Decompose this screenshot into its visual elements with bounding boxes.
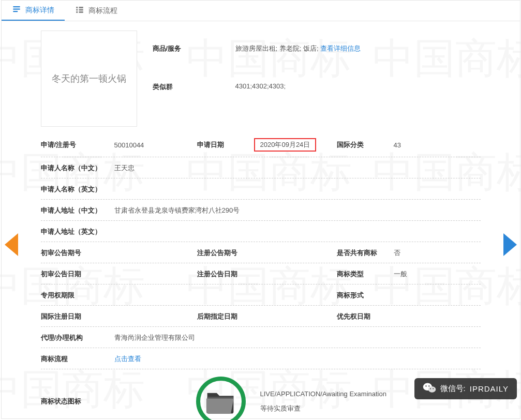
row-address-en: 申请人地址（英文）	[41, 221, 481, 242]
row-intl-reg-date: 国际注册日期 后期指定日期 优先权日期	[41, 306, 481, 327]
row-process-link: 商标流程 点击查看	[41, 348, 481, 369]
regno-value: 50010044	[114, 141, 197, 149]
tab-detail-label: 商标详情	[25, 6, 54, 15]
group-value: 4301;4302;4303;	[235, 82, 286, 92]
address-cn-label: 申请人地址（中文）	[41, 206, 114, 215]
svg-rect-4	[79, 7, 83, 8]
appdate-label: 申请日期	[197, 140, 254, 149]
mark-form-label: 商标形式	[337, 291, 394, 300]
svg-point-10	[428, 386, 435, 393]
svg-rect-2	[13, 11, 18, 12]
regno-label: 申请/注册号	[41, 140, 114, 149]
svg-rect-5	[76, 9, 78, 11]
svg-point-13	[430, 388, 431, 389]
row-agent: 代理/办理机构 青海尚润企业管理有限公司	[41, 327, 481, 348]
trademark-image-box: 冬天的第一顿火锅	[41, 31, 137, 127]
applicant-cn-label: 申请人名称（中文）	[41, 163, 114, 173]
intlclass-value: 43	[394, 141, 445, 149]
svg-point-12	[428, 385, 429, 386]
goods-value: 旅游房屋出租; 养老院; 饭店;	[235, 44, 321, 52]
intlclass-label: 国际分类	[337, 140, 394, 149]
appdate-value: 2020年09月24日	[254, 138, 337, 152]
tab-detail[interactable]: 商标详情	[2, 1, 65, 21]
svg-rect-1	[13, 9, 20, 10]
prev-arrow[interactable]	[5, 233, 18, 256]
applicant-en-label: 申请人名称（英文）	[41, 185, 114, 194]
prelim-date-label: 初审公告日期	[41, 269, 114, 279]
row-applicant-cn: 申请人名称（中文） 王天忠	[41, 157, 481, 178]
priority-date-label: 优先权日期	[337, 312, 394, 321]
wechat-id: IPRDAILY	[470, 384, 509, 393]
shared-value: 否	[394, 248, 445, 258]
row-exclusive-period: 专用权期限 商标形式	[41, 284, 481, 306]
prelim-no-label: 初审公告期号	[41, 248, 114, 258]
mark-type-value: 一般	[394, 269, 445, 279]
detail-icon	[12, 5, 21, 16]
row-address-cn: 申请人地址（中文） 甘肃省永登县龙泉寺镇费家湾村八社290号	[41, 200, 481, 221]
address-en-label: 申请人地址（英文）	[41, 227, 114, 236]
mark-type-label: 商标类型	[337, 269, 394, 279]
agent-label: 代理/办理机构	[41, 333, 114, 342]
status-label: 商标状态图标	[41, 397, 114, 406]
group-label: 类似群	[153, 82, 235, 92]
svg-rect-3	[76, 7, 78, 8]
reg-ann-date-label: 注册公告日期	[197, 269, 254, 279]
process-label: 商标流程	[41, 354, 114, 364]
row-applicant-en: 申请人名称（英文）	[41, 178, 481, 200]
intl-reg-date-label: 国际注册日期	[41, 312, 114, 321]
row-announce-no: 初审公告期号 注册公告期号 是否共有商标 否	[41, 242, 481, 263]
svg-point-11	[425, 385, 426, 386]
svg-rect-0	[13, 6, 20, 7]
later-desig-date-label: 后期指定日期	[197, 312, 254, 321]
applicant-cn-value: 王天忠	[114, 163, 481, 173]
tab-process-label: 商标流程	[88, 6, 117, 16]
goods-label: 商品/服务	[153, 44, 235, 53]
status-line1: LIVE/APPLICATION/Awaiting Examination	[260, 390, 386, 398]
main-panel: 商标详情 商标流程 冬天的第一顿火锅 商品/服务 旅游房屋出租; 养老院; 饭店…	[1, 0, 520, 419]
process-view-link[interactable]: 点击查看	[114, 355, 141, 363]
reg-ann-no-label: 注册公告期号	[197, 248, 254, 258]
svg-rect-8	[79, 11, 83, 13]
content-area: 冬天的第一顿火锅 商品/服务 旅游房屋出租; 养老院; 饭店; 查看详细信息 类…	[2, 21, 520, 420]
wechat-icon	[423, 382, 436, 395]
svg-rect-7	[76, 11, 78, 13]
wechat-prefix: 微信号:	[440, 384, 466, 394]
status-line2: 等待实质审查	[260, 404, 386, 413]
address-cn-value: 甘肃省永登县龙泉寺镇费家湾村八社290号	[114, 206, 481, 215]
process-icon	[75, 5, 84, 16]
svg-rect-6	[79, 9, 83, 11]
shared-label: 是否共有商标	[337, 248, 394, 258]
row-regno: 申请/注册号 50010044 申请日期 2020年09月24日 国际分类 43	[41, 132, 481, 157]
folder-live-icon	[196, 377, 246, 420]
tab-process[interactable]: 商标流程	[65, 1, 128, 21]
svg-point-14	[433, 388, 434, 389]
trademark-text: 冬天的第一顿火锅	[52, 72, 126, 85]
next-arrow[interactable]	[503, 233, 517, 256]
tabs-bar: 商标详情 商标流程	[2, 1, 520, 21]
agent-value: 青海尚润企业管理有限公司	[114, 333, 481, 342]
goods-detail-link[interactable]: 查看详细信息	[320, 44, 361, 52]
excl-period-label: 专用权期限	[41, 291, 114, 300]
row-announce-date: 初审公告日期 注册公告日期 商标类型 一般	[41, 263, 481, 284]
wechat-overlay: 微信号: IPRDAILY	[414, 378, 517, 399]
